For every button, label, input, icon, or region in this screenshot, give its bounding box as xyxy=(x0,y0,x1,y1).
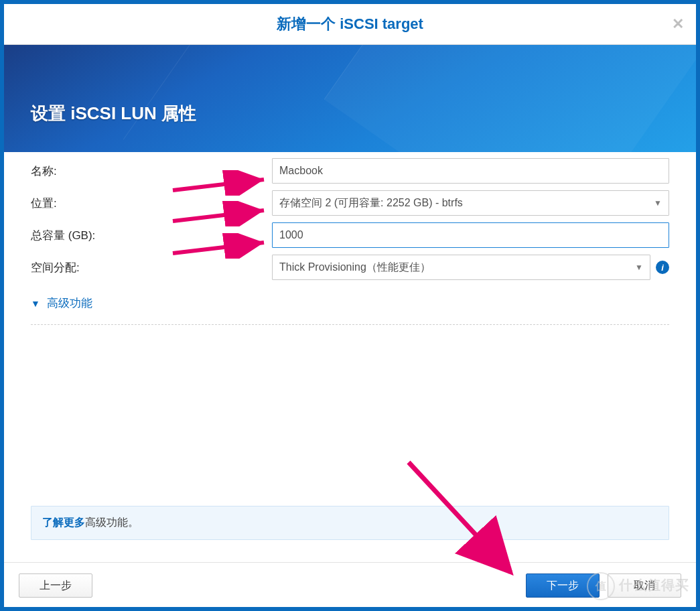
watermark: 值什么值得买 xyxy=(587,572,689,600)
row-location: 位置: 存储空间 2 (可用容量: 2252 GB) - btrfs ▼ xyxy=(31,187,669,219)
name-input[interactable] xyxy=(279,159,662,183)
capacity-input[interactable] xyxy=(279,223,662,247)
location-select[interactable]: 存储空间 2 (可用容量: 2252 GB) - btrfs ▼ xyxy=(272,190,669,216)
info-icon[interactable]: i xyxy=(656,261,669,274)
form-body: 名称: 位置: 存储空间 2 (可用容量: 2252 GB) - btrfs ▼… xyxy=(31,155,669,607)
location-value: 存储空间 2 (可用容量: 2252 GB) - btrfs xyxy=(279,196,463,210)
row-allocation: 空间分配: Thick Provisioning（性能更佳） ▼ i xyxy=(31,251,669,283)
row-name: 名称: xyxy=(31,155,669,187)
allocation-value: Thick Provisioning（性能更佳） xyxy=(279,261,431,275)
hint-box: 了解更多高级功能。 xyxy=(31,506,669,540)
page-title: 设置 iSCSI LUN 属性 xyxy=(31,102,196,125)
allocation-select[interactable]: Thick Provisioning（性能更佳） ▼ xyxy=(272,255,650,280)
divider xyxy=(31,324,669,325)
banner: 设置 iSCSI LUN 属性 xyxy=(4,45,696,152)
label-name: 名称: xyxy=(31,163,272,179)
close-icon[interactable]: ✕ xyxy=(672,4,684,44)
label-allocation: 空间分配: xyxy=(31,260,272,275)
chevron-down-icon: ▼ xyxy=(635,263,643,272)
wizard-dialog: 新增一个 iSCSI target ✕ 设置 iSCSI LUN 属性 名称: … xyxy=(0,0,700,611)
back-button[interactable]: 上一步 xyxy=(19,573,92,598)
advanced-label: 高级功能 xyxy=(47,295,92,311)
footer-separator xyxy=(4,562,696,563)
title-bar: 新增一个 iSCSI target ✕ xyxy=(4,4,696,45)
advanced-toggle[interactable]: ▼ 高级功能 xyxy=(31,295,92,322)
watermark-badge: 值 xyxy=(587,572,615,600)
window-title: 新增一个 iSCSI target xyxy=(277,15,423,32)
chevron-down-icon: ▼ xyxy=(31,298,40,309)
capacity-field-wrap[interactable] xyxy=(272,222,669,248)
label-location: 位置: xyxy=(31,196,272,211)
watermark-text: 什么值得买 xyxy=(619,578,689,592)
name-field-wrap[interactable] xyxy=(272,158,669,184)
hint-text: 高级功能。 xyxy=(85,517,139,528)
row-capacity: 总容量 (GB): xyxy=(31,219,669,251)
hint-link[interactable]: 了解更多 xyxy=(42,517,85,528)
label-capacity: 总容量 (GB): xyxy=(31,228,272,243)
chevron-down-icon: ▼ xyxy=(654,198,662,208)
